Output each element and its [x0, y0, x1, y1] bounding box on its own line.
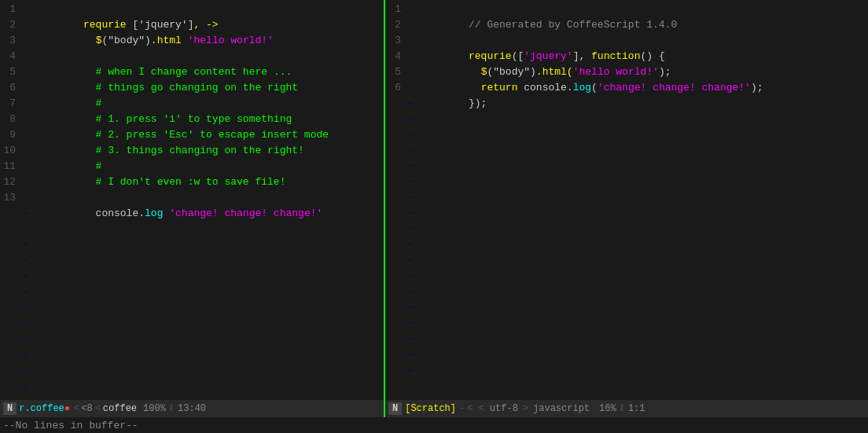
status-left: N r.coffee● < <8 < coffee 100% ℓ 13:40	[0, 400, 385, 417]
tilde-num	[385, 284, 407, 300]
tilde-num	[0, 269, 22, 284]
r-tilde-5: ~	[385, 159, 868, 174]
tilde-char: ~	[407, 143, 414, 159]
r-line-3: 3 requrie(['jquery'], function() {	[385, 33, 868, 49]
r-line-4: 4 $("body").html('hello world!');	[385, 49, 868, 64]
tilde-char: ~	[22, 332, 28, 347]
encoding: utf-8	[490, 403, 518, 414]
line-4: 4 # when I change content here ...	[0, 49, 384, 64]
tilde-3: ~	[0, 237, 384, 253]
tilde-num	[385, 222, 407, 237]
token: 'change! change! change!'	[169, 207, 322, 219]
tilde-num	[385, 96, 407, 112]
r-line-6: 6 });	[385, 80, 868, 96]
line-num-1: 1	[0, 2, 22, 17]
line-5: 5 # things go changing on the right	[0, 64, 384, 80]
tilde-num	[0, 332, 22, 347]
r-tilde-6: ~	[385, 174, 868, 190]
position-right: 1:1	[628, 403, 645, 414]
tilde-char: ~	[407, 190, 414, 206]
line-num-4: 4	[0, 49, 22, 64]
tilde-num	[385, 269, 407, 284]
r-line-1: 1 // Generated by CoffeeScript 1.4.0	[385, 2, 868, 17]
tilde-num	[0, 237, 22, 253]
token: .html	[151, 35, 188, 46]
tilde-num	[385, 363, 407, 379]
line-num-11: 11	[0, 159, 22, 174]
tilde-num	[385, 316, 407, 332]
tilde-char: ~	[407, 347, 414, 363]
right-code-area[interactable]: 1 // Generated by CoffeeScript 1.4.0 2 3…	[385, 0, 868, 400]
tilde-char: ~	[22, 237, 28, 253]
tilde-char: ~	[22, 206, 28, 222]
r-tilde-12: ~	[385, 269, 868, 284]
tilde-num	[0, 363, 22, 379]
tilde-6: ~	[0, 284, 384, 300]
token: 'hello world!'	[188, 35, 274, 46]
line-9: 9 # 3. things changing on the right!	[0, 127, 384, 143]
left-code-area[interactable]: 1 requrie ['jquery'], -> 2 $("body").htm…	[0, 0, 384, 400]
line-content-13: console.log 'change! change! change!'	[22, 190, 384, 237]
tilde-char: ~	[407, 363, 414, 379]
line-num-7: 7	[0, 96, 22, 112]
line-13: 13 console.log 'change! change! change!'	[0, 190, 384, 206]
line-num-9: 9	[0, 127, 22, 143]
token: // Generated by CoffeeScript 1.4.0	[469, 19, 677, 31]
r-tilde-9: ~	[385, 222, 868, 237]
tilde-char: ~	[407, 112, 414, 127]
tilde-char: ~	[407, 300, 414, 316]
tilde-char: ~	[407, 253, 414, 269]
tilde-char: ~	[407, 332, 414, 347]
tilde-num	[385, 253, 407, 269]
tilde-8: ~	[0, 316, 384, 332]
r-line-num-1: 1	[385, 2, 407, 17]
token	[83, 35, 96, 46]
line-6: 6 #	[0, 80, 384, 96]
line-1: 1 requrie ['jquery'], ->	[0, 2, 384, 17]
token: # I don't even :w to save file!	[83, 176, 285, 188]
r-tilde-14: ~	[385, 300, 868, 316]
tilde-num	[0, 253, 22, 269]
status-filename: r.coffee●	[19, 403, 70, 414]
tilde-char: ~	[407, 159, 414, 174]
tilde-char: ~	[407, 316, 414, 332]
tilde-num	[385, 300, 407, 316]
tilde-12: ~	[0, 379, 384, 394]
tilde-9: ~	[0, 332, 384, 347]
r-tilde-13: ~	[385, 284, 868, 300]
right-pane: 1 // Generated by CoffeeScript 1.4.0 2 3…	[385, 0, 868, 400]
command-line: --No lines in buffer--	[0, 417, 868, 433]
token: ("body")	[101, 35, 150, 46]
tilde-num	[385, 112, 407, 127]
tilde-char: ~	[22, 379, 28, 394]
tilde-num	[385, 159, 407, 174]
r-tilde-17: ~	[385, 347, 868, 363]
mode-badge-left: N	[3, 402, 17, 415]
command-text: --No lines in buffer--	[3, 420, 138, 431]
tilde-char: ~	[407, 96, 414, 112]
r-line-num-5: 5	[385, 64, 407, 80]
status-dash: -	[459, 403, 465, 414]
r-line-num-2: 2	[385, 17, 407, 33]
status-sep-1: <	[74, 403, 79, 414]
line-num-6: 6	[0, 80, 22, 96]
r-line-num-6: 6	[385, 80, 407, 96]
line-num-5: 5	[0, 64, 22, 80]
line-num-3: 3	[0, 33, 22, 49]
tilde-char: ~	[407, 174, 414, 190]
r-tilde-18: ~	[385, 363, 868, 379]
tilde-num	[0, 316, 22, 332]
tilde-char: ~	[407, 269, 414, 284]
tilde-char: ~	[407, 284, 414, 300]
r-tilde-8: ~	[385, 206, 868, 222]
tilde-num	[385, 237, 407, 253]
r-line-num-4: 4	[385, 49, 407, 64]
r-tilde-15: ~	[385, 316, 868, 332]
r-tilde-10: ~	[385, 237, 868, 253]
line-7: 7 # 1. press 'i' to type something	[0, 96, 384, 112]
tilde-11: ~	[0, 363, 384, 379]
tilde-char: ~	[407, 237, 414, 253]
tilde-7: ~	[0, 300, 384, 316]
tilde-4: ~	[0, 253, 384, 269]
r-arrows: < <	[467, 403, 484, 414]
